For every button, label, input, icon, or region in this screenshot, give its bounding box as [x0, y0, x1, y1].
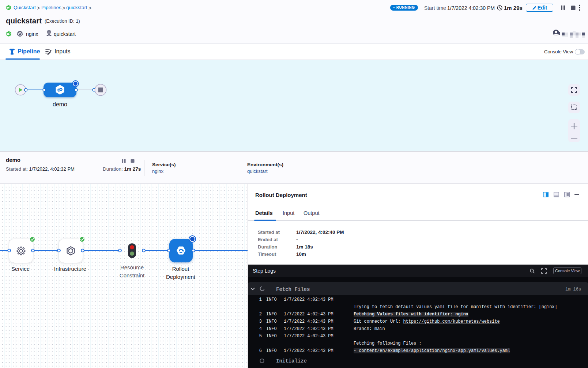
- svg-text:Deployment: Deployment: [166, 274, 196, 280]
- svg-text:Rollout: Rollout: [172, 266, 190, 272]
- svg-text:Resource: Resource: [120, 264, 144, 270]
- svg-text:demo: demo: [53, 101, 67, 107]
- svg-text:Service: Service: [11, 266, 30, 272]
- svg-text:Infrastructure: Infrastructure: [54, 266, 86, 272]
- svg-text:Constraint: Constraint: [120, 272, 145, 278]
